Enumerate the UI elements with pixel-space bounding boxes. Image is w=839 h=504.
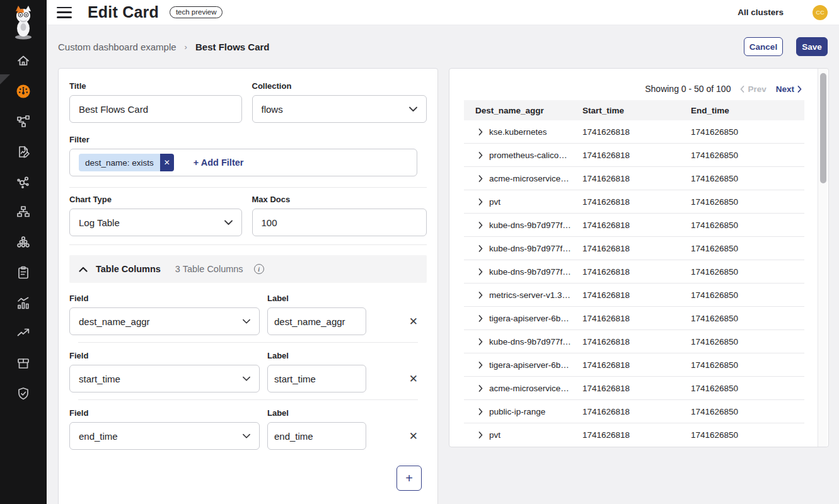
remove-filter-icon[interactable]: ✕ — [160, 154, 174, 171]
expand-row-icon[interactable] — [478, 408, 483, 415]
table-row[interactable]: pvt 1741626818 1741626850 — [464, 190, 804, 214]
breadcrumb-current: Best Flows Card — [195, 42, 270, 52]
cluster-selector[interactable]: All clusters — [738, 8, 784, 17]
collapse-chevron-up-icon[interactable] — [79, 266, 88, 272]
sidebar-item-clusters[interactable] — [15, 235, 32, 250]
chevron-down-icon — [409, 106, 417, 112]
table-row[interactable]: acme-microservice… 1741626818 1741626850 — [464, 377, 804, 400]
expand-row-icon[interactable] — [478, 432, 483, 438]
expand-row-icon[interactable] — [478, 222, 483, 229]
avatar[interactable]: CC — [813, 5, 828, 20]
divider — [78, 399, 418, 400]
field-select[interactable]: end_time — [69, 422, 260, 450]
sidebar-item-graph[interactable] — [15, 175, 32, 190]
expand-row-icon[interactable] — [478, 362, 483, 369]
sidebar-item-hierarchy[interactable] — [15, 205, 32, 220]
table-columns-count: 3 Table Columns — [175, 264, 243, 274]
label-label: Label — [267, 294, 366, 303]
table-row[interactable]: kube-dns-9b7d977f… 1741626818 1741626850 — [464, 260, 804, 284]
scrollbar-track[interactable] — [818, 69, 827, 447]
preview-panel: Showing 0 - 50 of 100 Prev Next Dest_nam… — [449, 68, 829, 447]
expand-row-icon[interactable] — [478, 129, 483, 135]
chevron-down-icon — [243, 433, 250, 438]
table-column-row: Field start_time Label ✕ — [69, 351, 427, 392]
label-label: Label — [267, 408, 366, 418]
sidebar-item-trends[interactable] — [15, 326, 32, 341]
table-row[interactable]: kube-dns-9b7d977f… 1741626818 1741626850 — [464, 214, 804, 237]
chart-type-select[interactable]: Log Table — [69, 209, 242, 236]
trend-arrow-icon — [16, 326, 31, 341]
chevron-right-icon — [797, 86, 802, 93]
page-header: Custom dashboard example › Best Flows Ca… — [47, 25, 839, 68]
topology-icon — [16, 114, 31, 129]
table-row[interactable]: prometheus-calico… 1741626818 1741626850 — [464, 144, 804, 167]
log-table-header: Dest_name_aggr Start_time End_time — [464, 100, 804, 120]
field-label: Field — [69, 351, 260, 360]
breadcrumb-parent[interactable]: Custom dashboard example — [58, 42, 176, 52]
topbar: Edit Card tech preview All clusters CC — [47, 0, 839, 25]
cancel-button[interactable]: Cancel — [744, 37, 783, 56]
remove-column-icon[interactable]: ✕ — [409, 374, 418, 384]
sidebar-item-statistics[interactable] — [15, 295, 32, 311]
label-input[interactable] — [267, 307, 366, 335]
next-button[interactable]: Next — [776, 84, 802, 94]
table-columns-title: Table Columns — [96, 264, 161, 274]
divider — [78, 342, 418, 343]
table-columns-header[interactable]: Table Columns 3 Table Columns i — [69, 255, 427, 283]
title-label: Title — [69, 81, 242, 91]
table-column-row: Field dest_name_aggr Label ✕ — [69, 294, 427, 335]
collection-select[interactable]: flows — [252, 95, 427, 123]
max-docs-input[interactable] — [252, 209, 427, 236]
sidebar-item-reports[interactable] — [15, 144, 32, 159]
expand-row-icon[interactable] — [478, 385, 483, 392]
filter-chip-text: dest_name: exists — [79, 154, 160, 171]
table-row[interactable]: kube-dns-9b7d977f… 1741626818 1741626850 — [464, 330, 804, 353]
remove-column-icon[interactable]: ✕ — [409, 316, 418, 327]
table-row[interactable]: kse.kubernetes 1741626818 1741626850 — [464, 120, 804, 144]
chevron-down-icon — [224, 220, 233, 225]
expand-row-icon[interactable] — [478, 338, 483, 345]
table-row[interactable]: tigera-apiserver-6b… 1741626818 17416268… — [464, 353, 804, 377]
table-row[interactable]: metrics-server-v1.3… 1741626818 17416268… — [464, 284, 804, 307]
home-icon — [16, 54, 31, 69]
table-row[interactable]: tigera-apiserver-6b… 1741626818 17416268… — [464, 307, 804, 330]
table-row[interactable]: public-ip-range 1741626818 1741626850 — [464, 400, 804, 423]
scrollbar-thumb[interactable] — [820, 73, 826, 183]
expand-row-icon[interactable] — [478, 175, 483, 182]
sidebar-item-security[interactable] — [15, 386, 32, 401]
sidebar-item-compliance[interactable] — [15, 265, 32, 280]
label-input[interactable] — [267, 365, 366, 392]
save-button[interactable]: Save — [796, 37, 828, 56]
remove-column-icon[interactable]: ✕ — [409, 431, 418, 442]
expand-row-icon[interactable] — [478, 152, 483, 159]
expand-row-icon[interactable] — [478, 315, 483, 322]
sidebar-item-packages[interactable] — [15, 356, 32, 371]
sidebar-item-home[interactable] — [15, 54, 32, 69]
expand-row-icon[interactable] — [478, 245, 483, 252]
chevron-left-icon — [740, 86, 744, 93]
field-select[interactable]: dest_name_aggr — [69, 307, 260, 335]
sidebar-item-dashboards[interactable] — [15, 84, 32, 99]
expand-row-icon[interactable] — [478, 292, 483, 299]
cat-logo[interactable] — [11, 5, 36, 40]
sidebar-item-topology[interactable] — [15, 114, 32, 129]
table-row[interactable]: acme-microservice… 1741626818 1741626850 — [464, 167, 804, 190]
info-icon[interactable]: i — [254, 264, 264, 274]
table-column-row: Field end_time Label ✕ — [69, 408, 427, 450]
breadcrumb: Custom dashboard example › Best Flows Ca… — [58, 42, 269, 52]
field-select[interactable]: start_time — [69, 365, 260, 392]
expand-row-icon[interactable] — [478, 198, 483, 205]
label-input[interactable] — [267, 422, 366, 450]
pagination: Showing 0 - 50 of 100 Prev Next — [449, 69, 828, 94]
expand-row-icon[interactable] — [478, 268, 483, 275]
prev-button[interactable]: Prev — [740, 84, 766, 94]
add-filter-button[interactable]: + Add Filter — [194, 158, 244, 168]
table-row[interactable]: kube-dns-9b7d977f… 1741626818 1741626850 — [464, 237, 804, 260]
add-column-button[interactable]: + — [396, 466, 422, 491]
field-label: Field — [69, 408, 260, 418]
table-row[interactable]: pvt 1741626818 1741626850 — [464, 423, 804, 447]
log-table: Dest_name_aggr Start_time End_time kse.k… — [464, 100, 804, 447]
filter-box[interactable]: dest_name: exists ✕ + Add Filter — [69, 149, 417, 176]
menu-toggle-icon[interactable] — [57, 7, 72, 18]
title-input[interactable] — [69, 95, 242, 123]
